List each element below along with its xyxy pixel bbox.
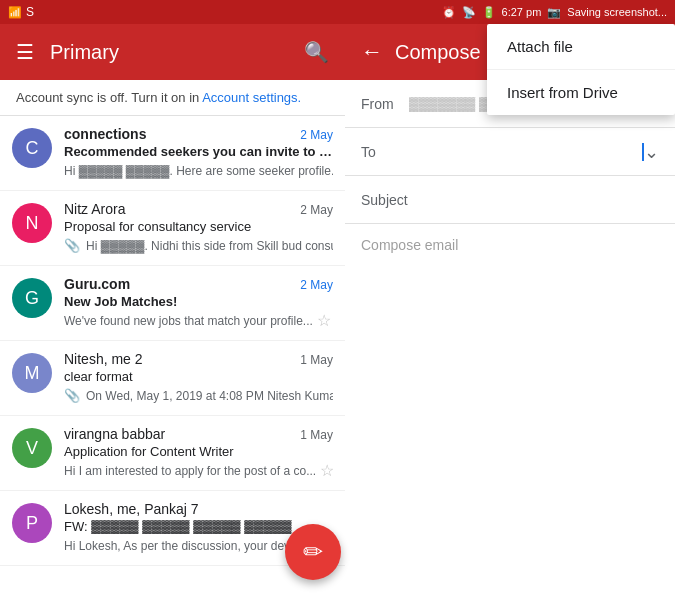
star-icon[interactable]: ☆ [317, 311, 331, 330]
to-field[interactable]: To ⌄ [345, 128, 675, 176]
email-content: Nitz Arora 2 May Proposal for consultanc… [64, 201, 333, 255]
inbox-panel: ☰ Primary 🔍 Account sync is off. Turn it… [0, 24, 345, 600]
dropdown-menu: Attach file Insert from Drive [487, 24, 675, 115]
list-item[interactable]: M Nitesh, me 2 1 May clear format 📎 On W… [0, 341, 345, 416]
compose-body[interactable]: Compose email [345, 224, 675, 600]
avatar: N [12, 203, 52, 243]
email-date: 2 May [300, 203, 333, 217]
subject-label: Subject [361, 192, 409, 208]
subject-field[interactable]: Subject [345, 176, 675, 224]
status-bar: 📶 S ⏰ 📡 🔋 6:27 pm 📷 Saving screenshot... [0, 0, 675, 24]
email-date: 1 May [300, 428, 333, 442]
email-sender: Nitz Arora [64, 201, 125, 217]
email-content: Guru.com 2 May New Job Matches! We've fo… [64, 276, 333, 330]
to-label: To [361, 144, 409, 160]
skype-icon: S [26, 5, 34, 19]
email-subject: Application for Content Writer [64, 444, 333, 459]
avatar: P [12, 503, 52, 543]
email-subject: clear format [64, 369, 333, 384]
star-icon[interactable]: ☆ [320, 461, 333, 480]
email-date: 2 May [300, 128, 333, 142]
battery-icon: 🔋 [482, 6, 496, 19]
compose-title: Compose [395, 41, 481, 64]
email-subject: Proposal for consultancy service [64, 219, 333, 234]
list-item[interactable]: N Nitz Arora 2 May Proposal for consulta… [0, 191, 345, 266]
hamburger-icon[interactable]: ☰ [16, 40, 34, 64]
avatar: C [12, 128, 52, 168]
email-preview: 📎 On Wed, May 1, 2019 at 4:08 PM Nitesh … [64, 386, 333, 405]
compose-form: From ▓▓▓▓▓▓▓ ▓▓▓▓▓▓▓ To ⌄ Subject Compos… [345, 80, 675, 600]
camera-icon: 📷 [547, 6, 561, 19]
email-preview: We've found new jobs that match your pro… [64, 311, 333, 330]
email-date: 1 May [300, 353, 333, 367]
clock: 6:27 pm [502, 6, 542, 18]
email-sender: Lokesh, me, Pankaj 7 [64, 501, 199, 517]
avatar: M [12, 353, 52, 393]
from-label: From [361, 96, 409, 112]
sync-text: Account sync is off. Turn it on in [16, 90, 202, 105]
status-left: 📶 S [8, 5, 34, 19]
attachment-icon: 📎 [64, 238, 80, 253]
avatar: G [12, 278, 52, 318]
search-icon[interactable]: 🔍 [304, 40, 329, 64]
signal-icon: 📶 [8, 6, 22, 19]
inbox-header: ☰ Primary 🔍 [0, 24, 345, 80]
wifi-icon: 📡 [462, 6, 476, 19]
attachment-icon: 📎 [64, 388, 80, 403]
email-sender: Guru.com [64, 276, 130, 292]
back-icon[interactable]: ← [361, 39, 383, 65]
inbox-title: Primary [50, 41, 288, 64]
email-preview: 📎 Hi ▓▓▓▓▓. Nidhi this side from Skill b… [64, 236, 333, 255]
email-sender: virangna babbar [64, 426, 165, 442]
saving-text: Saving screenshot... [567, 6, 667, 18]
account-settings-link[interactable]: Account settings. [202, 90, 301, 105]
attach-file-item[interactable]: Attach file [487, 24, 675, 70]
email-sender: Nitesh, me 2 [64, 351, 143, 367]
compose-placeholder: Compose email [361, 237, 458, 253]
alarm-icon: ⏰ [442, 6, 456, 19]
email-sender: connections [64, 126, 146, 142]
email-list: C connections 2 May Recommended seekers … [0, 116, 345, 600]
email-preview: Hi I am interested to apply for the post… [64, 461, 333, 480]
list-item[interactable]: V virangna babbar 1 May Application for … [0, 416, 345, 491]
to-input[interactable] [409, 144, 640, 160]
insert-from-drive-item[interactable]: Insert from Drive [487, 70, 675, 115]
avatar: V [12, 428, 52, 468]
email-content: connections 2 May Recommended seekers yo… [64, 126, 333, 180]
compose-fab[interactable]: ✏ [285, 524, 341, 580]
sync-notice: Account sync is off. Turn it on in Accou… [0, 80, 345, 116]
email-content: Nitesh, me 2 1 May clear format 📎 On Wed… [64, 351, 333, 405]
list-item[interactable]: G Guru.com 2 May New Job Matches! We've … [0, 266, 345, 341]
chevron-down-icon[interactable]: ⌄ [644, 141, 659, 163]
compose-panel: ← Compose From ▓▓▓▓▓▓▓ ▓▓▓▓▓▓▓ To ⌄ Subj… [345, 24, 675, 600]
subject-input[interactable] [409, 192, 659, 208]
email-content: virangna babbar 1 May Application for Co… [64, 426, 333, 480]
email-subject: New Job Matches! [64, 294, 333, 309]
email-subject: Recommended seekers you can invite to fo… [64, 144, 333, 159]
email-preview: Hi ▓▓▓▓▓ ▓▓▓▓▓. Here are some seeker pro… [64, 161, 333, 180]
status-right: ⏰ 📡 🔋 6:27 pm 📷 Saving screenshot... [442, 6, 667, 19]
list-item[interactable]: C connections 2 May Recommended seekers … [0, 116, 345, 191]
email-date: 2 May [300, 278, 333, 292]
